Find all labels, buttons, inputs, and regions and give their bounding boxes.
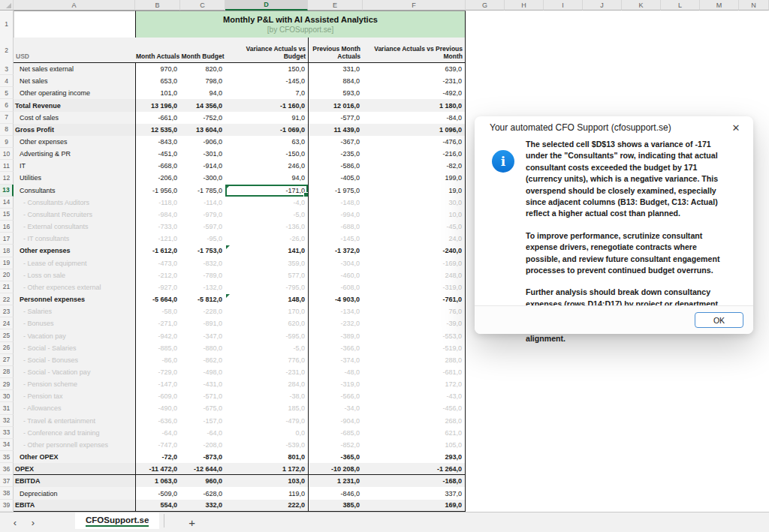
row-number-12[interactable]: 12 (0, 172, 14, 184)
row-label[interactable]: Net sales (14, 75, 135, 87)
cell-e33[interactable]: -685,0 (308, 427, 363, 439)
row-number-36[interactable]: 36 (0, 463, 14, 475)
empty-cells[interactable] (466, 99, 769, 111)
cell-d34[interactable]: -539,0 (225, 439, 308, 451)
cell-c28[interactable]: -498,0 (180, 366, 225, 378)
empty-cells[interactable] (466, 11, 769, 38)
cell-b37[interactable]: 1 063,0 (135, 475, 180, 487)
cell-c27[interactable]: -862,0 (180, 354, 225, 366)
cell-d7[interactable]: 91,0 (225, 112, 308, 124)
cell-c34[interactable]: -208,0 (180, 439, 225, 451)
cell-e12[interactable]: -405,0 (308, 172, 363, 184)
cell-d25[interactable]: -595,0 (225, 329, 308, 341)
cell-c13[interactable]: -1 785,0 (180, 185, 225, 197)
cell-d33[interactable]: 0,0 (225, 427, 308, 439)
column-header-i[interactable]: I (544, 0, 583, 11)
cell-e13[interactable]: -1 975,0 (308, 185, 363, 197)
cell-d26[interactable]: -5,0 (225, 342, 308, 354)
row-number-7[interactable]: 7 (0, 112, 14, 124)
cell-d11[interactable]: 246,0 (225, 160, 308, 172)
cell-f6[interactable]: 1 180,0 (363, 99, 466, 111)
empty-cells[interactable] (466, 354, 769, 366)
empty-cells[interactable] (466, 439, 769, 451)
cell-f31[interactable]: -456,0 (363, 402, 466, 414)
cell-d31[interactable]: 185,0 (225, 402, 308, 414)
row-label[interactable]: - Other expences external (14, 281, 135, 293)
empty-cells[interactable] (466, 366, 769, 378)
cell-c19[interactable]: -832,0 (180, 257, 225, 269)
row-number-35[interactable]: 35 (0, 451, 14, 463)
cell-e25[interactable]: -389,0 (308, 329, 363, 341)
cell-b4[interactable]: 653,0 (135, 75, 180, 87)
row-label[interactable]: Cost of sales (14, 112, 135, 124)
cell-d23[interactable]: 170,0 (225, 305, 308, 317)
cell-f21[interactable]: -319,0 (363, 281, 466, 293)
cell-c16[interactable]: -597,0 (180, 221, 225, 233)
row-label[interactable]: - Lease of equipment (14, 257, 135, 269)
cell-c29[interactable]: -431,0 (180, 378, 225, 390)
cell-c4[interactable]: 798,0 (180, 75, 225, 87)
cell-d30[interactable]: -38,0 (225, 390, 308, 402)
cell-e32[interactable]: -904,0 (308, 415, 363, 427)
empty-cells[interactable] (466, 38, 769, 63)
cell-c37[interactable]: 960,0 (180, 475, 225, 487)
cell-c15[interactable]: -979,0 (180, 209, 225, 221)
cell-b21[interactable]: -927,0 (135, 281, 180, 293)
cell-f8[interactable]: 1 096,0 (363, 124, 466, 136)
row-number-19[interactable]: 19 (0, 257, 14, 269)
row-label[interactable]: - Pension scheme (14, 378, 135, 390)
row-label[interactable]: - Pension tax (14, 390, 135, 402)
row-number-38[interactable]: 38 (0, 487, 14, 499)
cell-b23[interactable]: -58,0 (135, 305, 180, 317)
empty-cells[interactable] (466, 475, 769, 487)
cell-f23[interactable]: 76,0 (363, 305, 466, 317)
cell-b29[interactable]: -147,0 (135, 378, 180, 390)
cell-d10[interactable]: -150,0 (225, 148, 308, 160)
empty-cells[interactable] (466, 402, 769, 414)
row-number-27[interactable]: 27 (0, 354, 14, 366)
row-number-29[interactable]: 29 (0, 378, 14, 390)
empty-cells[interactable] (466, 378, 769, 390)
cell-d15[interactable]: -5,0 (225, 209, 308, 221)
row-label[interactable]: - Conference and training (14, 427, 135, 439)
header-variance-previous[interactable]: Variance Actuals vs Previous Month (363, 38, 466, 63)
row-number-9[interactable]: 9 (0, 136, 14, 148)
row-number-20[interactable]: 20 (0, 269, 14, 281)
cell-b31[interactable]: -490,0 (135, 402, 180, 414)
row-label[interactable]: Net sales external (14, 63, 135, 75)
empty-cells[interactable] (466, 427, 769, 439)
row-number-37[interactable]: 37 (0, 475, 14, 487)
column-header-d[interactable]: D (225, 0, 308, 11)
cell-b12[interactable]: -206,0 (135, 172, 180, 184)
cell-d36[interactable]: 1 172,0 (225, 463, 308, 475)
cell-d18[interactable]: 141,0 (225, 245, 308, 257)
cell-c33[interactable]: -64,0 (180, 427, 225, 439)
cell-c26[interactable]: -880,0 (180, 342, 225, 354)
cell-f30[interactable]: -43,0 (363, 390, 466, 402)
cell-f19[interactable]: -169,0 (363, 257, 466, 269)
column-header-m[interactable]: M (700, 0, 739, 11)
cell-f25[interactable]: -553,0 (363, 329, 466, 341)
column-header-b[interactable]: B (135, 0, 180, 11)
cell-e9[interactable]: -367,0 (308, 136, 363, 148)
row-number-8[interactable]: 8 (0, 124, 14, 136)
close-icon[interactable]: ✕ (729, 121, 743, 134)
cell-e36[interactable]: -10 208,0 (308, 463, 363, 475)
row-label[interactable]: IT (14, 160, 135, 172)
cell-b28[interactable]: -729,0 (135, 366, 180, 378)
cell-c39[interactable]: 332,0 (180, 500, 225, 512)
cell-f32[interactable]: 268,0 (363, 415, 466, 427)
cell-c36[interactable]: -12 644,0 (180, 463, 225, 475)
cell-b8[interactable]: 12 535,0 (135, 124, 180, 136)
row-number-31[interactable]: 31 (0, 402, 14, 414)
cell-e30[interactable]: -566,0 (308, 390, 363, 402)
cell-c32[interactable]: -157,0 (180, 415, 225, 427)
cell-b38[interactable]: -509,0 (135, 487, 180, 499)
row-number-24[interactable]: 24 (0, 317, 14, 329)
cell-c9[interactable]: -906,0 (180, 136, 225, 148)
empty-cells[interactable] (466, 487, 769, 499)
cell-f5[interactable]: -492,0 (363, 87, 466, 99)
column-header-k[interactable]: K (622, 0, 661, 11)
empty-cells[interactable] (466, 500, 769, 512)
cell-b24[interactable]: -271,0 (135, 317, 180, 329)
